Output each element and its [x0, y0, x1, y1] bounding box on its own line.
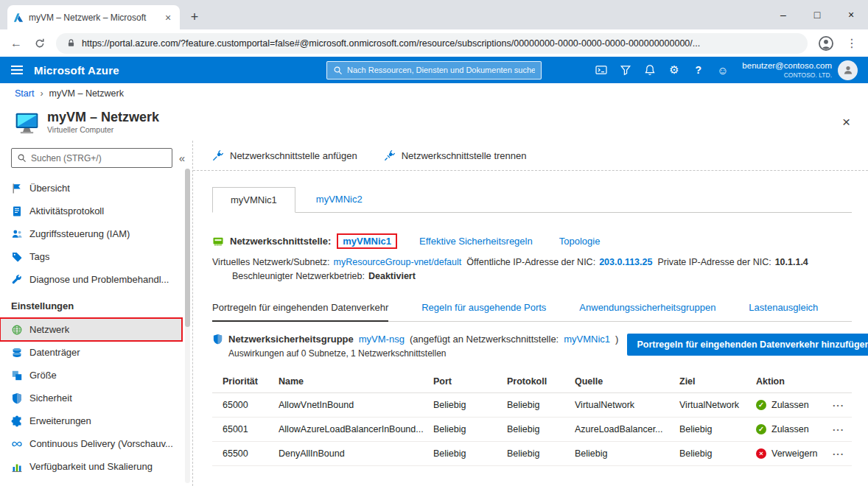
iam-people-icon — [11, 228, 23, 240]
sidebar-item-erweiterungen[interactable]: Erweiterungen — [0, 409, 182, 432]
detach-nic-button[interactable]: Netzwerkschnittstelle trennen — [384, 149, 527, 161]
help-icon[interactable]: ? — [686, 59, 710, 81]
accelerated-label: Beschleunigter Netzwerkbetrieb: — [232, 271, 365, 281]
nsg-name-link[interactable]: myVM-nsg — [359, 334, 405, 345]
sidebar-item-zugriffssteuerung[interactable]: Zugriffssteuerung (IAM) — [0, 222, 182, 245]
effective-security-rules-link[interactable]: Effektive Sicherheitsregeln — [419, 236, 533, 247]
sidebar-item-sicherheit[interactable]: Sicherheit — [0, 387, 182, 409]
network-globe-icon — [11, 324, 23, 336]
table-row[interactable]: 65001 AllowAzureLoadBalancerInBound... B… — [212, 418, 852, 442]
feedback-smiley-icon[interactable]: ☺ — [710, 59, 735, 81]
vnet-label: Virtuelles Netzwerk/Subnetz: — [212, 257, 330, 267]
notifications-bell-icon[interactable] — [637, 59, 662, 81]
sidebar-item-datentraeger[interactable]: Datenträger — [0, 341, 182, 364]
nic-details-line: Virtuelles Netzwerk/Subnetz: myResourceG… — [212, 257, 852, 267]
sidebar-item-uebersicht[interactable]: Übersicht — [0, 177, 182, 200]
command-bar: Netzwerkschnittstelle anfügen Netzwerksc… — [193, 141, 868, 171]
global-search[interactable] — [326, 61, 542, 80]
sidebar-item-aktivitaetsprotokoll[interactable]: Aktivitätsprotokoll — [0, 200, 182, 222]
url-text: https://portal.azure.com/?feature.custom… — [82, 38, 700, 49]
col-name: Name — [279, 376, 433, 387]
nsg-attached-nic-link[interactable]: myVMNic1 — [564, 334, 610, 345]
sidebar-item-label: Sicherheit — [29, 392, 72, 404]
nsg-attached-prefix: (angefügt an Netzwerkschnittstelle: — [410, 334, 559, 345]
minimize-icon[interactable]: – — [766, 0, 800, 29]
networking-main: Netzwerkschnittstelle anfügen Netzwerksc… — [193, 141, 868, 486]
breadcrumb-home[interactable]: Start — [15, 88, 34, 99]
settings-gear-icon[interactable]: ⚙ — [662, 59, 686, 81]
person-icon — [842, 64, 854, 76]
nic-name-link-annotated[interactable]: myVMNic1 — [337, 233, 397, 249]
row-menu-icon[interactable]: ··· — [833, 448, 853, 459]
sidebar-search[interactable] — [11, 148, 172, 168]
window-close-icon[interactable]: × — [834, 0, 868, 29]
browser-window: myVM – Netzwerk – Microsoft × + – □ × ← … — [0, 0, 868, 486]
public-ip-link[interactable]: 203.0.113.25 — [599, 257, 652, 267]
table-row[interactable]: 65500 DenyAllInBound Beliebig Beliebig B… — [212, 442, 852, 466]
attach-nic-button[interactable]: Netzwerkschnittstelle anfügen — [212, 149, 357, 161]
tab-inbound-rules[interactable]: Portregeln für eingehenden Datenverkehr — [212, 302, 388, 322]
private-ip-value: 10.1.1.4 — [775, 257, 808, 267]
rule-action: Zulassen — [771, 400, 809, 410]
sidebar-scrollbar[interactable] — [185, 169, 190, 483]
tab-application-security-groups[interactable]: Anwendungssicherheitsgruppen — [579, 302, 715, 321]
portal-menu-button[interactable] — [0, 57, 34, 83]
search-icon — [17, 153, 27, 163]
account-block[interactable]: benutzer@contoso.com CONTOSO. LTD. — [742, 61, 832, 79]
breadcrumb: Start › myVM – Netzwerk — [0, 83, 868, 104]
avatar[interactable] — [838, 60, 858, 80]
global-search-input[interactable] — [347, 66, 535, 74]
table-header-row: Priorität Name Port Protokoll Quelle Zie… — [212, 370, 852, 393]
search-icon — [333, 66, 343, 75]
refresh-icon[interactable] — [34, 38, 46, 49]
infinity-icon — [11, 438, 23, 450]
browser-menu-icon[interactable]: ⋮ — [844, 36, 859, 50]
nic-tab-myvmnic1[interactable]: myVMNic1 — [212, 187, 295, 213]
rule-name: AllowAzureLoadBalancerInBound... — [279, 424, 433, 434]
nic-tab-myvmnic2[interactable]: myVMNic2 — [316, 194, 363, 212]
azure-header: Microsoft Azure ⚙ ? ☺ benutzer@contoso.c… — [0, 57, 868, 83]
breadcrumb-current: myVM – Netzwerk — [49, 88, 124, 99]
inbound-rules-table: Priorität Name Port Protokoll Quelle Zie… — [212, 370, 852, 466]
sidebar-item-label: Datenträger — [29, 347, 80, 358]
rule-name: AllowVnetInBound — [279, 400, 433, 410]
row-menu-icon[interactable]: ··· — [833, 400, 853, 411]
tab-close-icon[interactable]: × — [162, 12, 174, 24]
sidebar-item-verfuegbarkeit[interactable]: Verfügbarkeit und Skalierung — [0, 455, 182, 478]
rule-action: Zulassen — [771, 424, 809, 434]
nic-label: Netzwerkschnittstelle: — [230, 236, 331, 247]
browser-profile-icon[interactable] — [818, 35, 834, 52]
table-row[interactable]: 65000 AllowVnetInBound Beliebig Beliebig… — [212, 393, 852, 418]
back-icon[interactable]: ← — [9, 37, 24, 50]
rule-source: Beliebig — [575, 448, 679, 459]
user-org: CONTOSO. LTD. — [742, 71, 832, 79]
shield-icon — [11, 392, 23, 404]
sidebar-collapse-icon[interactable]: « — [176, 152, 188, 164]
cloud-shell-icon[interactable] — [589, 59, 613, 81]
sidebar-item-tags[interactable]: Tags — [0, 245, 182, 268]
sidebar-item-groesse[interactable]: Größe — [0, 364, 182, 387]
sidebar-item-diagnose[interactable]: Diagnose und Problembehandl... — [0, 268, 182, 291]
sidebar-item-continuous-delivery[interactable]: Continuous Delivery (Vorschauv... — [0, 432, 182, 455]
directory-filter-icon[interactable] — [613, 59, 637, 81]
row-menu-icon[interactable]: ··· — [833, 424, 853, 435]
new-tab-button[interactable]: + — [184, 7, 205, 27]
col-quelle: Quelle — [575, 376, 679, 387]
nsg-attached-suffix: ) — [615, 334, 618, 345]
blade-close-icon[interactable]: × — [839, 114, 853, 130]
tab-outbound-rules[interactable]: Regeln für ausgehende Ports — [421, 302, 546, 321]
nsg-summary-row: Netzwerksicherheitsgruppe myVM-nsg (ange… — [212, 334, 852, 359]
azure-brand[interactable]: Microsoft Azure — [34, 64, 119, 77]
page-title: myVM – Netzwerk — [47, 110, 159, 125]
url-field[interactable]: https://portal.azure.com/?feature.custom… — [56, 33, 808, 54]
tab-load-balancing[interactable]: Lastenausgleich — [749, 302, 818, 321]
sidebar-item-label: Übersicht — [29, 183, 70, 194]
sidebar-item-netzwerk[interactable]: Netzwerk — [0, 318, 182, 341]
browser-tab[interactable]: myVM – Netzwerk – Microsoft × — [7, 5, 180, 29]
sidebar-search-input[interactable] — [31, 153, 167, 163]
scrollbar-thumb[interactable] — [185, 169, 190, 327]
maximize-icon[interactable]: □ — [800, 0, 834, 29]
add-inbound-rule-button[interactable]: Portregeln für eingehenden Datenverkehr … — [627, 334, 868, 356]
vnet-link[interactable]: myResourceGroup-vnet/default — [334, 257, 462, 267]
topology-link[interactable]: Topologie — [559, 236, 601, 247]
